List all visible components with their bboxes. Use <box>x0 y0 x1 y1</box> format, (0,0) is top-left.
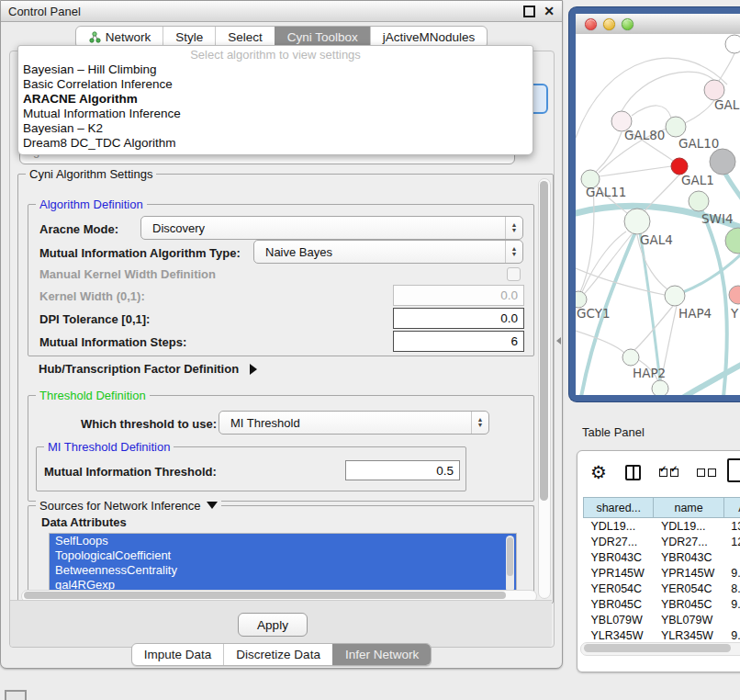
settings-scrollbar-thumb[interactable] <box>540 181 548 501</box>
network-node[interactable] <box>624 209 650 234</box>
manual-kernel-checkbox[interactable] <box>507 267 521 281</box>
table-hscrollbar-thumb[interactable] <box>584 644 731 652</box>
column-header-cut[interactable]: A <box>723 498 740 518</box>
table-cell[interactable]: 8. <box>723 581 740 596</box>
close-traffic-light-icon[interactable] <box>585 18 597 30</box>
algorithm-prompt: Select algorithm to view settings <box>18 48 533 62</box>
table-cell[interactable]: YBR045C <box>654 596 723 612</box>
table-cell[interactable]: 12 <box>723 534 740 549</box>
table-cell[interactable]: YBL079W <box>654 612 723 627</box>
settings-scrollbar[interactable] <box>538 178 551 599</box>
table-cell[interactable]: 9. <box>723 596 740 612</box>
table-cell[interactable]: YBR045C <box>584 596 654 612</box>
table-row[interactable]: YLR345WYLR345W9. <box>584 627 740 643</box>
table-cell[interactable]: YBR043C <box>654 549 723 565</box>
table-cell[interactable]: YLR345W <box>654 627 723 643</box>
sources-title-wrap[interactable]: Sources for Network Inference <box>36 499 221 513</box>
table-row[interactable]: YER054CYER054C8. <box>584 581 740 596</box>
kernel-width-field[interactable]: 0.0 <box>393 285 524 306</box>
list-item[interactable]: TopologicalCoefficient <box>50 548 516 563</box>
node-label: GAL10 <box>678 136 719 151</box>
table-cell[interactable]: YLR345W <box>584 627 654 643</box>
table-cell[interactable]: YDR27... <box>654 534 723 549</box>
function-builder-icon[interactable] <box>727 458 740 482</box>
algorithm-option[interactable]: Bayesian – Hill Climbing <box>23 62 528 77</box>
table-cell[interactable]: 9. <box>723 627 740 643</box>
sources-title: Sources for Network Inference <box>39 499 201 513</box>
network-node[interactable] <box>652 380 668 397</box>
table-cell[interactable]: 13 <box>723 518 740 535</box>
network-node[interactable] <box>622 349 639 366</box>
list-item[interactable]: SelfLoops <box>50 534 516 548</box>
minimize-traffic-light-icon[interactable] <box>603 18 615 30</box>
table-cell[interactable]: YDL19... <box>654 518 723 535</box>
table-row[interactable]: YBR043CYBR043C <box>584 549 740 565</box>
table-row[interactable]: YDL19...YDL19...13 <box>584 518 740 535</box>
list-item[interactable]: BetweennessCentrality <box>50 563 516 578</box>
table-row[interactable]: YBR045CYBR045C9. <box>584 596 740 612</box>
close-icon[interactable]: ✕ <box>544 6 555 17</box>
columns-icon[interactable] <box>625 465 641 480</box>
aracne-mode-value: Discovery <box>141 221 505 235</box>
highlighted-edges <box>576 174 740 397</box>
gear-icon[interactable]: ⚙ <box>590 463 607 481</box>
dpi-tolerance-field[interactable]: 0.0 <box>393 308 524 329</box>
table-hscrollbar[interactable] <box>580 642 740 656</box>
float-window-icon[interactable] <box>523 6 535 17</box>
algorithm-option[interactable]: Basic Correlation Inference <box>23 77 528 92</box>
apply-button[interactable]: Apply <box>238 613 308 637</box>
mi-steps-field[interactable]: 6 <box>393 331 524 352</box>
network-node[interactable] <box>710 149 735 175</box>
network-node[interactable] <box>725 35 740 53</box>
column-header-name[interactable]: name <box>654 498 723 518</box>
settings-hscrollbar-thumb[interactable] <box>24 592 506 599</box>
zoom-traffic-light-icon[interactable] <box>622 18 633 30</box>
network-view-window: GALGAL80GAL10GAL1GAL11SWI4GAL4GCY1HAP4YH… <box>569 7 740 401</box>
select-all-checkboxes-icon[interactable] <box>659 469 678 477</box>
splitter-collapse-icon[interactable] <box>556 337 561 344</box>
deselect-all-checkboxes-icon[interactable] <box>697 469 716 477</box>
network-node[interactable] <box>689 191 709 211</box>
node-label: GAL11 <box>586 185 626 199</box>
column-header-shared-name[interactable]: shared... <box>584 498 654 518</box>
table-cell[interactable]: YDL19... <box>584 518 654 535</box>
mi-type-combobox[interactable]: Naive Bayes ▲▼ <box>253 240 523 264</box>
table-row[interactable]: YDR27...YDR27...12 <box>584 534 740 549</box>
network-node[interactable] <box>665 286 685 306</box>
mi-threshold-group-title: MI Threshold Definition <box>44 440 174 454</box>
table-cell[interactable]: YER054C <box>654 581 723 596</box>
which-threshold-combobox[interactable]: MI Threshold ▲▼ <box>219 411 489 435</box>
network-node[interactable] <box>729 286 740 304</box>
tab-impute-data[interactable]: Impute Data <box>132 644 224 665</box>
table-row[interactable]: YPR145WYPR145W9. <box>584 565 740 581</box>
table-cell[interactable]: YBL079W <box>584 612 654 627</box>
attributes-scrollbar-thumb[interactable] <box>507 537 513 576</box>
algorithm-option[interactable]: Bayesian – K2 <box>23 121 528 136</box>
cyni-bottom-tab-bar: Impute Data Discretize Data Infer Networ… <box>1 643 562 666</box>
algorithm-option-selected[interactable]: ARACNE Algorithm <box>23 92 528 107</box>
algorithm-option[interactable]: Dream8 DC_TDC Algorithm <box>23 136 528 151</box>
table-cell[interactable]: 9. <box>723 565 740 581</box>
cyni-settings-title: Cyni Algorithm Settings <box>26 167 156 181</box>
table-cell[interactable]: YBR043C <box>584 549 654 565</box>
attributes-scrollbar[interactable] <box>506 536 514 593</box>
table-cell[interactable]: YDR27... <box>584 534 654 549</box>
network-canvas[interactable]: GALGAL80GAL10GAL1GAL11SWI4GAL4GCY1HAP4YH… <box>576 34 740 395</box>
tab-discretize-data[interactable]: Discretize Data <box>223 644 332 665</box>
table-cell[interactable]: YER054C <box>584 581 654 596</box>
table-cell[interactable] <box>723 549 740 565</box>
aracne-mode-combobox[interactable]: Discovery ▲▼ <box>140 216 523 240</box>
table-cell[interactable]: YPR145W <box>654 565 723 581</box>
network-node[interactable] <box>725 228 740 254</box>
table-cell[interactable]: YPR145W <box>584 565 654 581</box>
hub-definition-expander[interactable]: Hub/Transcription Factor Definition <box>39 362 257 376</box>
resize-grip[interactable] <box>5 690 27 700</box>
tab-infer-network[interactable]: Infer Network <box>332 644 431 665</box>
algorithm-option[interactable]: Mutual Information Inference <box>23 107 528 121</box>
mi-threshold-field[interactable]: 0.5 <box>345 460 460 480</box>
node-label: GAL80 <box>624 128 665 142</box>
table-row[interactable]: YBL079WYBL079W <box>584 612 740 627</box>
network-node[interactable] <box>666 117 686 137</box>
table-cell[interactable] <box>723 612 740 627</box>
sources-group: Sources for Network Inference Data Attri… <box>28 505 534 593</box>
